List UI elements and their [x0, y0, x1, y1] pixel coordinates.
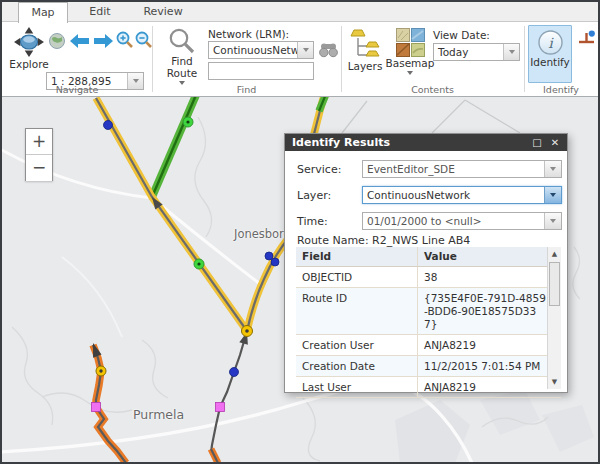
- service-value: EventEditor_SDE: [363, 161, 544, 177]
- column-header-field: Field: [296, 247, 418, 266]
- layer-combo[interactable]: ContinuousNetwork: [362, 186, 562, 204]
- time-value: 01/01/2000 to <null>: [363, 213, 544, 229]
- route-gray-selected: [211, 331, 248, 462]
- layers-button[interactable]: Layers: [346, 28, 384, 72]
- identify-results-title: Identify Results: [292, 136, 390, 149]
- next-extent-arrow-icon[interactable]: [93, 33, 114, 49]
- app-window: Map Edit Review Explore: [0, 0, 600, 464]
- find-route-label-line2: Route: [167, 68, 197, 79]
- map-patch: [542, 405, 594, 452]
- identify-button-label: Identify: [530, 57, 570, 68]
- value-cell: 11/2/2015 7:01:54 PM: [418, 356, 547, 376]
- field-cell: Route ID: [296, 288, 418, 334]
- network-lrm-combo[interactable]: ContinuousNetwork: [208, 41, 314, 59]
- view-date-combo[interactable]: Today: [433, 43, 520, 61]
- value-cell: ANJA8219: [418, 377, 547, 397]
- view-date-dropdown-button[interactable]: [503, 44, 519, 60]
- map-canvas[interactable]: Jonesboro Purmela + − Identify Results □…: [2, 97, 598, 462]
- layers-label: Layers: [348, 61, 383, 72]
- map-label-purmela: Purmela: [133, 407, 184, 422]
- tab-map[interactable]: Map: [18, 2, 68, 23]
- group-label-find: Find: [152, 84, 341, 95]
- table-row[interactable]: Last User ANJA8219: [296, 377, 561, 398]
- chevron-down-icon: [133, 79, 139, 83]
- value-cell: ANJA8219: [418, 335, 547, 355]
- close-icon[interactable]: ✕: [547, 134, 563, 151]
- basemap-button[interactable]: Basemap: [388, 28, 432, 75]
- ribbon-tab-strip: Map Edit Review: [2, 2, 598, 22]
- field-cell: Last User: [296, 377, 418, 397]
- table-header-row: Field Value: [296, 247, 561, 267]
- previous-extent-arrow-icon[interactable]: [69, 33, 90, 49]
- full-extent-globe-icon[interactable]: [48, 32, 66, 50]
- identify-route-location-icon[interactable]: [577, 29, 596, 48]
- tab-edit[interactable]: Edit: [72, 2, 128, 22]
- layer-label: Layer:: [297, 189, 331, 202]
- ribbon: Explore 1 : 288,895 Navigate: [2, 22, 598, 97]
- chevron-down-icon: [407, 71, 413, 75]
- time-label: Time:: [297, 215, 328, 228]
- zoom-out-tool-icon[interactable]: [135, 31, 153, 49]
- maximize-icon[interactable]: □: [529, 134, 545, 151]
- explore-button[interactable]: Explore: [8, 26, 50, 70]
- identify-results-panel: Identify Results □ ✕ Service: EventEdito…: [284, 133, 568, 393]
- identify-results-header[interactable]: Identify Results □ ✕: [285, 134, 567, 151]
- table-scrollbar[interactable]: ▲ ▼: [547, 247, 561, 389]
- network-lrm-label: Network (LRM):: [208, 28, 289, 40]
- explore-pan-icon: [13, 26, 45, 58]
- chevron-down-icon: [509, 50, 515, 54]
- event-markers: [92, 117, 280, 412]
- zoom-in-tool-icon[interactable]: [116, 31, 134, 49]
- network-lrm-dropdown-button[interactable]: [297, 42, 313, 58]
- find-route-magnifier-icon: [168, 27, 196, 55]
- identify-info-icon: i: [537, 29, 564, 56]
- pink-square-marker: [216, 403, 225, 412]
- route-green: [152, 97, 196, 197]
- group-separator: [524, 26, 525, 92]
- route-search-input[interactable]: [208, 62, 314, 80]
- value-cell: {735E4F0E-791D-4859-BDD6-90E18575D337}: [418, 288, 547, 334]
- blue-point-marker: [230, 368, 239, 377]
- find-route-button[interactable]: Find Route: [159, 27, 205, 85]
- chevron-down-icon: [550, 193, 556, 197]
- table-row[interactable]: OBJECTID 38: [296, 267, 561, 288]
- field-cell: Creation Date: [296, 356, 418, 376]
- view-date-label: View Date:: [433, 29, 490, 41]
- route-search-value: [209, 63, 313, 79]
- explore-label: Explore: [9, 59, 48, 70]
- blue-point-marker: [271, 258, 279, 266]
- table-row[interactable]: Creation User ANJA8219: [296, 335, 561, 356]
- layer-value: ContinuousNetwork: [363, 187, 544, 203]
- blue-point-marker: [104, 121, 113, 130]
- search-binoculars-icon[interactable]: [319, 42, 338, 58]
- layer-dropdown-button[interactable]: [544, 187, 561, 203]
- scroll-up-icon[interactable]: ▲: [548, 247, 561, 261]
- group-label-navigate: Navigate: [2, 84, 152, 95]
- time-dropdown-button[interactable]: [544, 213, 561, 229]
- service-label: Service:: [297, 163, 341, 176]
- service-combo[interactable]: EventEditor_SDE: [362, 160, 562, 178]
- minor-roads: [342, 100, 520, 133]
- table-row[interactable]: Creation Date 11/2/2015 7:01:54 PM: [296, 356, 561, 377]
- find-route-label-line1: Find: [171, 56, 193, 67]
- table-row[interactable]: Route ID {735E4F0E-791D-4859-BDD6-90E185…: [296, 288, 561, 335]
- field-cell: Creation User: [296, 335, 418, 355]
- service-dropdown-button[interactable]: [544, 161, 561, 177]
- route-name-text: Route Name: R2_NWS Line AB4: [297, 234, 470, 247]
- chevron-down-icon: [550, 219, 556, 223]
- attributes-table: Field Value OBJECTID 38 Route ID {735E4F…: [296, 247, 561, 389]
- time-combo[interactable]: 01/01/2000 to <null>: [362, 212, 562, 230]
- pink-square-marker: [92, 403, 101, 412]
- chevron-down-icon: [550, 167, 556, 171]
- layers-tree-icon: [350, 28, 380, 60]
- group-label-contents: Contents: [341, 84, 524, 95]
- zoom-in-button[interactable]: +: [26, 129, 52, 155]
- group-separator: [152, 26, 153, 92]
- tab-review[interactable]: Review: [130, 2, 196, 22]
- chevron-down-icon: [303, 48, 309, 52]
- identify-button[interactable]: i Identify: [528, 25, 572, 83]
- basemap-label: Basemap: [386, 58, 435, 69]
- scroll-down-icon[interactable]: ▼: [548, 375, 561, 389]
- scrollbar-thumb[interactable]: [549, 262, 560, 306]
- zoom-out-button[interactable]: −: [26, 155, 52, 181]
